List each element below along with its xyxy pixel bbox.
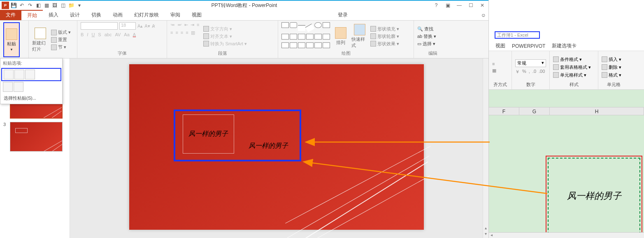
- close-icon[interactable]: ✕: [478, 2, 487, 9]
- bold-button[interactable]: B: [81, 32, 84, 37]
- bullets-icon[interactable]: ≔: [170, 22, 175, 28]
- shrink-font-icon[interactable]: A▾: [144, 23, 150, 29]
- grow-font-icon[interactable]: A▴: [137, 23, 143, 29]
- reset-button[interactable]: 重置: [51, 37, 71, 43]
- pasted-object-box[interactable]: 风一样的男子: [183, 114, 234, 154]
- italic-button[interactable]: I: [87, 32, 88, 37]
- case-button[interactable]: Aa: [124, 32, 129, 37]
- paste-option-2[interactable]: [14, 70, 24, 79]
- strike-button[interactable]: abc: [105, 32, 112, 37]
- tab-slideshow[interactable]: 幻灯片放映: [128, 10, 165, 20]
- slide-thumb-3[interactable]: 3: [0, 120, 70, 153]
- dec-decimal-icon[interactable]: .00: [539, 69, 545, 75]
- font-color-button[interactable]: A: [133, 32, 136, 37]
- excel-insert-button[interactable]: 插入 ▾: [602, 56, 625, 63]
- paste-option-3[interactable]: [25, 70, 35, 79]
- tab-design[interactable]: 设计: [64, 10, 86, 20]
- percent-icon[interactable]: %: [522, 69, 526, 75]
- wrap-text-icon[interactable]: ≡: [492, 61, 508, 66]
- help-icon[interactable]: ?: [432, 2, 441, 9]
- merge-icon[interactable]: ▦: [492, 68, 508, 73]
- underline-button[interactable]: U: [91, 32, 95, 37]
- qat-icon-2[interactable]: ▦: [43, 2, 50, 9]
- excel-horizontal-scrollbar[interactable]: ◂: [489, 232, 644, 238]
- shape-outline-button[interactable]: 形状轮廓 ▾: [370, 33, 399, 40]
- new-slide-button[interactable]: 新建幻灯片: [32, 22, 49, 57]
- tab-animations[interactable]: 动画: [107, 10, 128, 20]
- layout-button[interactable]: 版式 ▾: [51, 29, 71, 35]
- shape-effects-button[interactable]: 形状效果 ▾: [370, 41, 399, 47]
- undo-icon[interactable]: ↶: [18, 2, 26, 9]
- spacing-button[interactable]: AV: [115, 32, 121, 37]
- tab-insert[interactable]: 插入: [43, 10, 64, 20]
- currency-icon[interactable]: ￥: [515, 69, 520, 75]
- ribbon-options-icon[interactable]: ▣: [443, 2, 452, 9]
- qat-icon-4[interactable]: ◫: [59, 2, 67, 9]
- text-direction-button[interactable]: 文字方向 ▾: [203, 26, 246, 32]
- paste-option-5[interactable]: [14, 82, 23, 92]
- columns-icon[interactable]: ▥: [191, 30, 195, 35]
- clear-format-icon[interactable]: A̷: [152, 23, 155, 29]
- table-format-button[interactable]: 套用表格格式 ▾: [553, 64, 595, 70]
- excel-format-button[interactable]: 格式 ▾: [602, 72, 625, 78]
- number-format-select[interactable]: 常规▾: [515, 59, 546, 67]
- prev-slide-icon[interactable]: ▴: [483, 226, 488, 231]
- shapes-gallery[interactable]: [281, 22, 330, 50]
- qat-icon-5[interactable]: 📁: [67, 2, 75, 9]
- excel-tab-powerpivot[interactable]: POWERPIVOT: [512, 43, 545, 49]
- inc-decimal-icon[interactable]: .0: [532, 69, 536, 75]
- excel-tab-view[interactable]: 视图: [495, 42, 505, 49]
- paste-special-button[interactable]: 选择性粘贴(S)...: [0, 93, 62, 104]
- col-header-g[interactable]: G: [519, 107, 550, 115]
- next-slide-icon[interactable]: ▾: [483, 231, 488, 237]
- tab-file[interactable]: 文件: [0, 10, 21, 20]
- qat-icon-1[interactable]: ◧: [35, 2, 42, 9]
- select-button[interactable]: ▭选择 ▾: [417, 41, 436, 47]
- cond-format-button[interactable]: 条件格式 ▾: [553, 56, 595, 63]
- align-left-icon[interactable]: ≡: [170, 30, 173, 35]
- align-right-icon[interactable]: ≡: [181, 30, 183, 35]
- col-header-h[interactable]: H: [550, 107, 644, 115]
- minimize-icon[interactable]: —: [455, 2, 464, 9]
- vertical-scrollbar[interactable]: ▴ ▾: [483, 58, 488, 238]
- col-header-f[interactable]: F: [489, 107, 519, 115]
- find-button[interactable]: 🔍查找: [417, 26, 436, 32]
- excel-worksheet[interactable]: F G H 风一样的男子 ◂: [489, 90, 644, 238]
- sign-in[interactable]: 登录: [334, 10, 352, 20]
- qat-dropdown-icon[interactable]: ▾: [76, 2, 83, 9]
- tab-transitions[interactable]: 切换: [86, 10, 107, 20]
- font-family-select[interactable]: [81, 22, 118, 30]
- tab-view[interactable]: 视图: [186, 10, 207, 20]
- maximize-icon[interactable]: ☐: [466, 2, 475, 9]
- shape-fill-button[interactable]: 形状填充 ▾: [370, 26, 399, 32]
- excel-tab-newtab[interactable]: 新建选项卡: [552, 42, 577, 49]
- align-center-icon[interactable]: ≡: [175, 30, 178, 35]
- cells-area[interactable]: 风一样的男子: [489, 115, 644, 232]
- arrange-button[interactable]: 排列: [332, 22, 349, 50]
- excel-delete-button[interactable]: 删除 ▾: [602, 64, 625, 70]
- redo-icon[interactable]: ↷: [26, 2, 34, 9]
- comma-icon[interactable]: ,: [529, 69, 530, 75]
- tab-home[interactable]: 开始: [21, 10, 43, 20]
- quick-styles-button[interactable]: 快速样式: [351, 22, 368, 50]
- justify-icon[interactable]: ≡: [186, 30, 188, 35]
- indent-inc-icon[interactable]: ⇥: [191, 22, 194, 28]
- section-button[interactable]: 节 ▾: [51, 44, 71, 50]
- indent-dec-icon[interactable]: ⇤: [184, 22, 188, 28]
- smartart-button[interactable]: 转换为 SmartArt ▾: [203, 41, 246, 47]
- paste-option-1[interactable]: [4, 70, 14, 79]
- shadow-button[interactable]: S: [98, 32, 101, 37]
- line-spacing-icon[interactable]: ≡: [197, 22, 199, 28]
- align-text-button[interactable]: 对齐文本 ▾: [203, 33, 246, 40]
- tab-review[interactable]: 审阅: [165, 10, 186, 20]
- numbering-icon[interactable]: ≕: [177, 22, 182, 28]
- slide-editor[interactable]: 风一样的男子 风一样的男子: [70, 58, 483, 238]
- paste-button[interactable]: 粘贴 ▼: [3, 22, 20, 57]
- replace-button[interactable]: ab替换 ▾: [417, 33, 436, 40]
- cell-style-button[interactable]: 单元格样式 ▾: [553, 72, 595, 78]
- font-size-select[interactable]: 18: [119, 22, 136, 30]
- qat-icon-3[interactable]: 🖼: [51, 2, 58, 9]
- save-icon[interactable]: 💾: [10, 2, 17, 9]
- emoji-icon[interactable]: ☺: [479, 10, 488, 20]
- paste-option-4[interactable]: [3, 82, 13, 92]
